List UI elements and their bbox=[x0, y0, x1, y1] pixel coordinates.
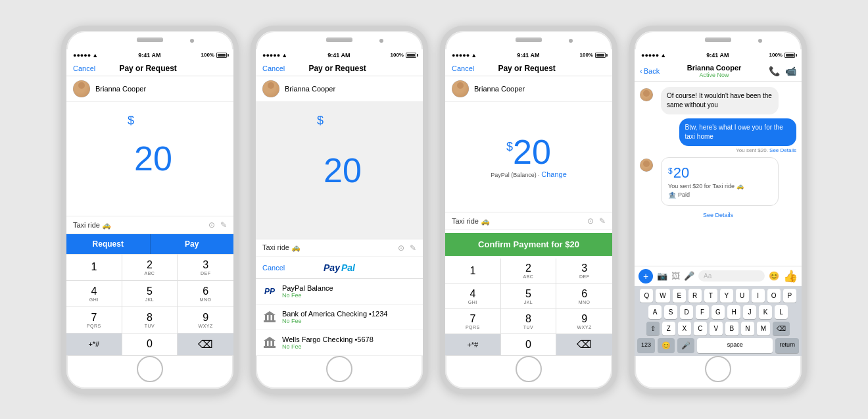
image-keyboard-icon[interactable]: 🖼 bbox=[671, 271, 680, 281]
paypal-option-fee: No Fee bbox=[282, 292, 416, 299]
key-r[interactable]: R bbox=[688, 289, 702, 303]
key-t[interactable]: T bbox=[704, 289, 717, 303]
payment-option-boa[interactable]: Bank of America Checking •1234 No Fee bbox=[256, 305, 423, 330]
edit-icon-2[interactable]: ✎ bbox=[410, 243, 416, 253]
messenger-contact-status: Active Now bbox=[663, 72, 765, 78]
mic-keyboard-icon[interactable]: 🎤 bbox=[684, 271, 694, 281]
key-return[interactable]: return bbox=[775, 338, 799, 353]
numkey-3-del[interactable]: ⌫ bbox=[556, 334, 612, 355]
paid-icon: 🏦 bbox=[668, 191, 676, 199]
numkey-1-5[interactable]: 5JKL bbox=[122, 281, 178, 307]
key-l[interactable]: L bbox=[775, 305, 788, 319]
key-w[interactable]: W bbox=[656, 289, 669, 303]
add-attachment-button[interactable]: + bbox=[639, 269, 653, 283]
memo-row-3[interactable]: Taxi ride 🚕 ⊙ ✎ bbox=[445, 212, 612, 230]
numkey-3-0[interactable]: 0 bbox=[501, 334, 557, 355]
camera-icon-1[interactable]: ⊙ bbox=[208, 220, 215, 230]
numkey-1-del[interactable]: ⌫ bbox=[178, 333, 233, 356]
key-g[interactable]: G bbox=[711, 305, 725, 319]
key-e[interactable]: E bbox=[673, 289, 686, 303]
phone-4-screen: ●●●●● ▲ 9:41 AM 100% ‹ Back Bria bbox=[635, 49, 802, 356]
cancel-button-2[interactable]: Cancel bbox=[262, 64, 285, 72]
key-a[interactable]: A bbox=[648, 305, 662, 319]
numkey-3-star[interactable]: +*# bbox=[445, 334, 501, 355]
numkey-1-4[interactable]: 4GHI bbox=[66, 281, 122, 307]
key-dictation[interactable]: 🎤 bbox=[677, 338, 694, 353]
request-button-1[interactable]: Request bbox=[66, 234, 151, 254]
numkey-1-0[interactable]: 0 bbox=[122, 333, 178, 356]
key-v[interactable]: V bbox=[710, 322, 723, 335]
camera-icon-3[interactable]: ⊙ bbox=[587, 216, 594, 226]
numkey-1-2[interactable]: 2ABC bbox=[122, 255, 178, 281]
camera-icon-2[interactable]: ⊙ bbox=[398, 243, 404, 253]
numkey-3-6[interactable]: 6MNO bbox=[556, 283, 612, 308]
see-details-button[interactable]: See Details bbox=[640, 212, 796, 218]
key-p[interactable]: P bbox=[783, 289, 796, 303]
edit-icon-3[interactable]: ✎ bbox=[599, 216, 606, 226]
emoji-toolbar-icon[interactable]: 😊 bbox=[769, 271, 779, 281]
payment-option-paypal[interactable]: PP PayPal Balance No Fee bbox=[256, 279, 423, 305]
cancel-button-3[interactable]: Cancel bbox=[452, 64, 474, 72]
numkey-3-7[interactable]: 7PQRS bbox=[445, 309, 501, 334]
bank-icon-boa bbox=[263, 311, 276, 323]
key-o[interactable]: O bbox=[767, 289, 781, 303]
numkey-3-5[interactable]: 5JKL bbox=[501, 283, 557, 308]
numkey-3-9[interactable]: 9WXYZ bbox=[556, 309, 612, 334]
numkey-3-2[interactable]: 2ABC bbox=[501, 259, 557, 283]
numkey-1-9[interactable]: 9WXYZ bbox=[178, 307, 233, 333]
key-z[interactable]: Z bbox=[662, 322, 675, 335]
camera-keyboard-icon[interactable]: 📷 bbox=[657, 271, 667, 281]
numkey-3-1[interactable]: 1 bbox=[445, 259, 501, 283]
key-n[interactable]: N bbox=[741, 322, 754, 335]
numkey-1-1[interactable]: 1 bbox=[66, 255, 122, 281]
paypal-cancel-button[interactable]: Cancel bbox=[262, 264, 285, 272]
key-m[interactable]: M bbox=[757, 322, 770, 335]
cancel-button-1[interactable]: Cancel bbox=[73, 64, 95, 72]
memo-row-2[interactable]: Taxi ride 🚕 ⊙ ✎ bbox=[256, 239, 423, 257]
numkey-1-6[interactable]: 6MNO bbox=[178, 281, 233, 307]
back-chevron-icon: ‹ bbox=[640, 67, 642, 75]
key-x[interactable]: X bbox=[678, 322, 691, 335]
numkey-1-7[interactable]: 7PQRS bbox=[66, 307, 122, 333]
key-i[interactable]: I bbox=[752, 289, 765, 303]
numkey-3-8[interactable]: 8TUV bbox=[501, 309, 557, 334]
key-y[interactable]: Y bbox=[720, 289, 733, 303]
wifi-icon-2: ▲ bbox=[281, 52, 287, 59]
memo-row-1[interactable]: Taxi ride 🚕 ⊙ ✎ bbox=[66, 216, 233, 234]
payment-option-wells[interactable]: Wells Fargo Checking •5678 No Fee bbox=[256, 330, 423, 356]
key-123[interactable]: 123 bbox=[637, 338, 655, 353]
pay-button-1[interactable]: Pay bbox=[151, 234, 234, 254]
key-f[interactable]: F bbox=[696, 305, 709, 319]
phone-1-screen: ●●●●● ▲ 9:41 AM 100% Cancel Pay or Reque… bbox=[66, 49, 233, 356]
thumbs-up-button[interactable]: 👍 bbox=[783, 269, 798, 283]
edit-icon-1[interactable]: ✎ bbox=[220, 220, 227, 230]
key-shift[interactable]: ⇧ bbox=[646, 322, 660, 335]
key-h[interactable]: H bbox=[727, 305, 740, 319]
see-details-link-1[interactable]: See Details bbox=[769, 147, 796, 153]
avatar-img-3 bbox=[452, 80, 469, 97]
video-call-icon[interactable]: 📹 bbox=[785, 66, 796, 76]
key-k[interactable]: K bbox=[759, 305, 772, 319]
numkey-3-4[interactable]: 4GHI bbox=[445, 283, 501, 308]
key-s[interactable]: S bbox=[664, 305, 677, 319]
key-emoji[interactable]: 😊 bbox=[658, 338, 675, 353]
numkey-3-3[interactable]: 3DEF bbox=[556, 259, 612, 283]
memo-icons-3: ⊙ ✎ bbox=[587, 216, 606, 226]
back-button[interactable]: ‹ Back bbox=[640, 67, 660, 75]
key-d[interactable]: D bbox=[680, 305, 693, 319]
numkey-1-3[interactable]: 3DEF bbox=[178, 255, 233, 281]
message-input[interactable]: Aa bbox=[698, 270, 765, 282]
key-j[interactable]: J bbox=[743, 305, 756, 319]
change-button-3[interactable]: Change bbox=[541, 170, 567, 178]
numkey-1-star[interactable]: +*# bbox=[66, 333, 122, 356]
key-space[interactable]: space bbox=[697, 338, 773, 353]
confirm-payment-button[interactable]: Confirm Payment for $20 bbox=[445, 233, 612, 256]
key-b[interactable]: B bbox=[725, 322, 738, 335]
phone-call-icon[interactable]: 📞 bbox=[769, 66, 780, 76]
boa-option-icon bbox=[262, 310, 277, 324]
key-backspace[interactable]: ⌫ bbox=[773, 322, 790, 335]
numkey-1-8[interactable]: 8TUV bbox=[122, 307, 178, 333]
key-q[interactable]: Q bbox=[640, 289, 653, 303]
key-u[interactable]: U bbox=[736, 289, 749, 303]
key-c[interactable]: C bbox=[694, 322, 707, 335]
